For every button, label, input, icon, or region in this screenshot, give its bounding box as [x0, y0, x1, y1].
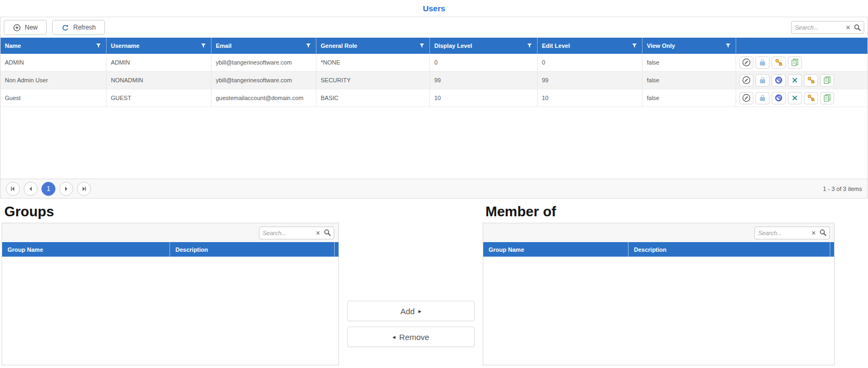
cell-name: Guest — [1, 89, 107, 107]
cell-edit-level: 0 — [538, 54, 643, 71]
users-grid-toolbar: New Refresh × — [1, 17, 867, 38]
reset-password-button[interactable] — [804, 92, 818, 104]
pager-info: 1 - 3 of 3 items — [823, 186, 862, 192]
table-row-nonadmin[interactable]: Non Admin User NONADMIN ybill@tangerines… — [1, 72, 867, 89]
filter-icon[interactable] — [95, 43, 102, 49]
cell-edit-level: 10 — [538, 89, 643, 107]
cell-view-only: false — [643, 72, 736, 89]
member-of-search-input[interactable] — [758, 230, 809, 236]
column-label: Display Level — [434, 43, 472, 49]
column-header-name[interactable]: Name — [1, 38, 107, 54]
lock-user-button[interactable] — [756, 56, 770, 69]
member-of-table-header: Group Name Description — [483, 242, 834, 257]
users-page: Users New Refresh × Name — [0, 0, 868, 365]
copy-user-button[interactable] — [820, 92, 834, 104]
groups-search-clear-button[interactable]: × — [314, 229, 322, 237]
users-search: × — [791, 21, 864, 34]
add-button[interactable]: Add ▸ — [347, 301, 475, 321]
copy-user-button[interactable] — [820, 74, 834, 87]
lock-user-button[interactable] — [756, 92, 770, 104]
filter-icon[interactable] — [419, 43, 425, 49]
column-header-group-name[interactable]: Group Name — [483, 242, 629, 257]
pencil-circle-icon — [742, 76, 751, 84]
users-search-clear-button[interactable]: × — [844, 24, 852, 31]
column-label: View Only — [647, 43, 675, 49]
column-header-description[interactable]: Description — [629, 242, 830, 257]
filter-icon[interactable] — [200, 43, 207, 49]
column-header-edit-level[interactable]: Edit Level — [538, 38, 643, 54]
column-label: Group Name — [8, 246, 43, 253]
copy-user-button[interactable] — [788, 56, 802, 69]
delete-user-button[interactable] — [788, 92, 802, 104]
refresh-icon — [61, 24, 69, 32]
new-button[interactable]: New — [4, 20, 47, 35]
remove-button[interactable]: ◂ Remove — [347, 327, 475, 347]
member-of-column: Member of × Group Name — [483, 199, 835, 365]
groups-column: Groups × Group Name D — [2, 199, 339, 365]
next-page-icon — [62, 185, 70, 193]
column-label: General Role — [321, 43, 357, 49]
groups-table-body[interactable] — [2, 257, 338, 365]
first-page-icon — [9, 185, 17, 193]
last-page-icon — [80, 185, 88, 193]
next-page-button[interactable] — [59, 182, 73, 196]
cell-display-level: 99 — [430, 72, 538, 89]
groups-toolbar: × — [2, 223, 338, 242]
copy-icon — [823, 76, 831, 84]
column-label: Group Name — [489, 246, 524, 253]
column-header-group-name[interactable]: Group Name — [2, 242, 170, 257]
member-of-heading: Member of — [485, 203, 835, 220]
edit-user-button[interactable] — [739, 92, 753, 104]
block-user-button[interactable] — [772, 74, 786, 87]
pencil-circle-icon — [742, 94, 751, 102]
block-user-button[interactable] — [772, 92, 786, 104]
groups-search-input[interactable] — [263, 230, 314, 236]
previous-page-button[interactable] — [24, 182, 38, 196]
cell-actions — [736, 89, 867, 107]
first-page-button[interactable] — [6, 182, 20, 196]
edit-user-button[interactable] — [739, 56, 753, 69]
table-row-guest[interactable]: Guest GUEST guestemailaccount@domain.com… — [1, 89, 867, 107]
cell-general-role: BASIC — [316, 89, 430, 107]
member-of-search-clear-button[interactable]: × — [809, 229, 818, 237]
edit-user-button[interactable] — [739, 74, 753, 87]
cell-general-role: *NONE — [316, 54, 430, 71]
delete-user-button[interactable] — [788, 74, 802, 87]
member-of-search-button[interactable] — [818, 229, 828, 237]
groups-heading: Groups — [4, 203, 339, 220]
groups-panel: × Group Name Description — [2, 223, 339, 365]
filter-icon[interactable] — [725, 43, 731, 49]
member-of-table-body[interactable] — [483, 257, 834, 365]
users-search-input[interactable] — [795, 24, 844, 31]
groups-search: × — [259, 227, 334, 239]
column-header-description[interactable]: Description — [170, 242, 334, 257]
cell-view-only: false — [643, 89, 736, 107]
column-header-email[interactable]: Email — [211, 38, 316, 54]
reset-password-button[interactable] — [804, 74, 818, 87]
table-row-admin[interactable]: ADMIN ADMIN ybill@tangerinesoftware.com … — [1, 54, 867, 72]
groups-search-button[interactable] — [322, 229, 333, 237]
reset-password-button[interactable] — [772, 56, 786, 69]
refresh-button-label: Refresh — [73, 24, 96, 31]
copy-icon — [791, 58, 799, 67]
filter-icon[interactable] — [526, 43, 533, 49]
key-icon — [807, 94, 815, 102]
cell-email: ybill@tangerinesoftware.com — [211, 54, 316, 71]
refresh-button[interactable]: Refresh — [52, 20, 105, 35]
column-header-view-only[interactable]: View Only — [643, 38, 736, 54]
previous-page-icon — [27, 185, 34, 193]
column-label: Description — [175, 246, 208, 253]
last-page-button[interactable] — [77, 182, 91, 196]
column-header-general-role[interactable]: General Role — [316, 38, 430, 54]
search-icon — [819, 229, 827, 237]
filter-icon[interactable] — [631, 43, 638, 49]
page-1-button[interactable]: 1 — [41, 182, 55, 196]
users-search-button[interactable] — [852, 24, 863, 32]
lock-user-button[interactable] — [756, 74, 770, 87]
cell-email: guestemailaccount@domain.com — [211, 89, 316, 107]
filter-icon[interactable] — [305, 43, 312, 49]
column-label: Email — [216, 43, 231, 49]
column-header-username[interactable]: Username — [107, 38, 211, 54]
column-header-display-level[interactable]: Display Level — [430, 38, 538, 54]
column-label: Username — [111, 43, 139, 49]
